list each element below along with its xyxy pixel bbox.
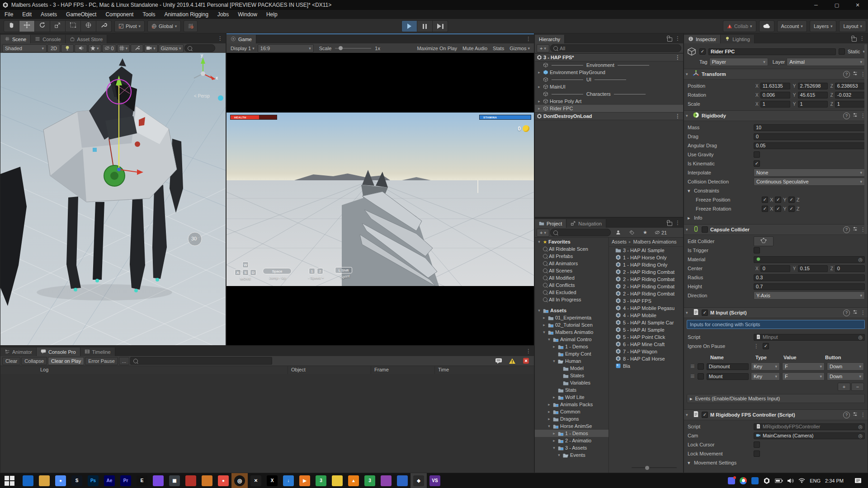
expand-arrow[interactable]: ▸ (552, 431, 557, 436)
minimize-button[interactable]: ─ (806, 0, 826, 10)
foldout-arrow[interactable]: ▾ (686, 72, 690, 76)
game-gizmos-dropdown[interactable]: Gizmos▾ (507, 44, 532, 52)
console-----button[interactable]: ... (119, 357, 129, 365)
expand-arrow[interactable]: ▸ (552, 344, 557, 349)
value-field[interactable]: 11.63135 (760, 83, 790, 89)
asset-file-row[interactable]: 7 - HAP Wagon (609, 348, 683, 355)
favorite-item[interactable]: All In Progress (535, 296, 609, 303)
project-tree-item[interactable]: ▸1 - Demos (535, 343, 609, 350)
edit-collider-button[interactable] (754, 236, 774, 246)
foldout-arrow[interactable]: ▸ (688, 215, 692, 221)
steam-taskbar-slot[interactable]: S (69, 473, 85, 488)
expand-arrow[interactable]: ▾ (542, 330, 547, 334)
object-picker-icon[interactable]: ◎ (858, 433, 863, 439)
favorites-button[interactable]: ★ (639, 229, 651, 237)
assets-root[interactable]: ▾Assets (535, 307, 609, 314)
asset-file-row[interactable]: 6 - HAP Mine Craft (609, 341, 683, 348)
layer-dropdown[interactable]: Animal▾ (787, 58, 865, 66)
active-checkbox[interactable]: ✓ (699, 48, 706, 55)
volume-icon[interactable] (788, 478, 794, 483)
value-field[interactable]: 0.006 (760, 92, 790, 99)
asset-file-row[interactable]: 5 - HAP AI Sample (609, 326, 683, 333)
asset-file-row[interactable]: 3 - HAP AI Sample (609, 247, 683, 254)
camera-settings-dropdown[interactable]: ▾ (144, 44, 158, 52)
help-icon[interactable]: ? (843, 71, 850, 78)
paint-app-taskbar-slot[interactable] (150, 473, 166, 488)
lock-icon[interactable] (852, 38, 857, 42)
menu-gameobject[interactable]: GameObject (61, 10, 101, 19)
dropdown-field[interactable]: Key▾ (751, 372, 780, 380)
kebab-menu-icon[interactable]: ⋮ (526, 348, 531, 354)
scene-header-row[interactable]: 3 - HAP FPS*⋮ (535, 53, 683, 61)
hierarchy-row[interactable]: Characters (535, 90, 683, 98)
custom-tool-button[interactable] (96, 20, 112, 32)
project-tree-item[interactable]: Model (535, 365, 609, 372)
pause-button[interactable] (417, 20, 433, 32)
project-tree-item[interactable]: ▸01_Experimenta (535, 314, 609, 321)
component-header[interactable]: ▾✓M Input (Script)?⋮ (684, 308, 868, 318)
console-search-input[interactable] (130, 357, 272, 365)
tab-game[interactable]: Game (226, 35, 256, 43)
tab-console-pro[interactable]: Console Pro (37, 347, 80, 356)
expand-arrow[interactable]: ▸ (537, 99, 542, 103)
console-clear-on-play-button[interactable]: Clear on Play (48, 357, 84, 365)
menu-animation-rigging[interactable]: Animation Rigging (160, 10, 212, 19)
checkbox[interactable] (698, 373, 704, 380)
visual-studio-taskbar-slot[interactable]: VS (427, 473, 443, 488)
hierarchy-row[interactable]: Environment (535, 61, 683, 69)
expand-arrow[interactable]: ▾ (552, 446, 557, 450)
kebab-menu-icon[interactable]: ⋮ (859, 35, 865, 42)
favorite-item[interactable]: All Scenes (535, 267, 609, 274)
grid-snap-toggle[interactable] (184, 20, 198, 32)
obs-taskbar-slot[interactable]: ◎ (231, 473, 248, 488)
color-wheel-app-taskbar-slot[interactable]: ● (215, 473, 231, 488)
expand-arrow[interactable]: ▾ (547, 337, 552, 342)
tab-asset-store[interactable]: Asset Store (66, 35, 108, 43)
asset-file-row[interactable]: 2 - HAP Riding Combat (609, 290, 683, 297)
search-by-type-button[interactable] (612, 229, 624, 237)
project-tree-item[interactable]: States (535, 372, 609, 379)
hierarchy-row[interactable]: ▸Horse Poly Art (535, 98, 683, 105)
menu-component[interactable]: Component (101, 10, 138, 19)
project-tree-item[interactable]: ▾Human (535, 357, 609, 365)
archive-app-taskbar-slot[interactable] (199, 473, 215, 488)
search-by-label-button[interactable] (625, 229, 638, 237)
hand-tool-button[interactable] (4, 20, 19, 32)
value-field[interactable]: 1 (798, 101, 828, 108)
dropdown-field[interactable]: Continuous Speculative▾ (754, 178, 865, 186)
breadcrumb-item[interactable]: Malbers Animations (633, 239, 677, 244)
hierarchy-row[interactable]: UI (535, 76, 683, 83)
expand-arrow[interactable]: ▸ (547, 409, 552, 414)
rotate-tool-button[interactable] (35, 20, 50, 32)
file-explorer-taskbar-slot[interactable] (36, 473, 52, 488)
asset-file-row[interactable]: 1 - HAP Riding Only (609, 261, 683, 268)
hierarchy-row[interactable]: ▸Environment PlayGround (535, 69, 683, 76)
expand-arrow[interactable]: ▾ (547, 424, 552, 428)
value-field[interactable]: 0.3 (754, 274, 865, 281)
step-button[interactable] (433, 20, 448, 32)
kebab-menu-icon[interactable]: ⋮ (675, 220, 680, 226)
maximize-on-play-toggle[interactable]: Maximize On Play (415, 44, 459, 52)
close-button[interactable]: ✕ (847, 0, 868, 10)
value-field[interactable]: 1 (835, 101, 865, 108)
object-picker-icon[interactable]: ◎ (858, 424, 863, 430)
lock-icon[interactable] (667, 38, 672, 42)
game-viewport[interactable]: HEALTH STAMINA 0 W A S D MOVE Space Jum (226, 53, 534, 345)
hierarchy-row[interactable]: ▸MainUI (535, 83, 683, 90)
value-field[interactable]: 0 (835, 265, 865, 272)
drag-handle[interactable]: ≡ (690, 362, 698, 371)
favorites-header[interactable]: ▾★Favorites (535, 238, 609, 245)
value-field[interactable]: 2.752698 (798, 83, 828, 89)
error-filter-button[interactable] (519, 357, 532, 365)
dropdown-field[interactable]: Down▾ (827, 362, 864, 371)
component-enabled-checkbox[interactable]: ✓ (702, 310, 708, 316)
chrome-taskbar-slot[interactable]: ● (52, 473, 69, 488)
kebab-menu-icon[interactable]: ⋮ (860, 310, 866, 316)
unity-tray-icon[interactable] (763, 477, 770, 484)
asset-file-row[interactable]: 3 - HAP FPS (609, 297, 683, 305)
checkbox[interactable] (698, 363, 704, 370)
component-header[interactable]: ▾Rigidbody?⋮ (684, 111, 868, 121)
blue-app-taskbar-slot[interactable] (394, 473, 410, 488)
scene-search-input[interactable] (184, 44, 215, 52)
scene-gizmos-dropdown[interactable]: Gizmos▾ (159, 44, 184, 52)
